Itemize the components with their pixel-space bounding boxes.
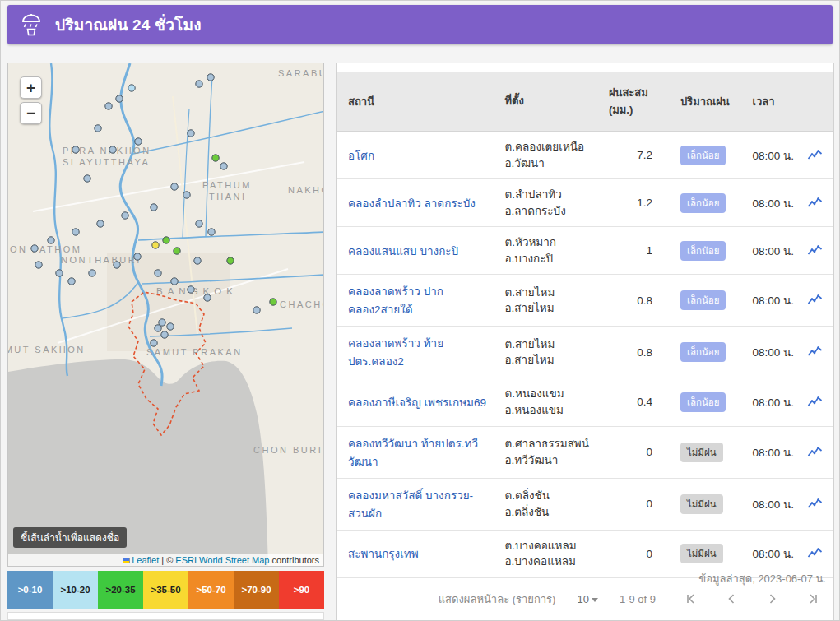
station-location: ต.ลำปลาทิวอ.ลาดกระบัง [498,179,601,227]
legend-extra-row [7,612,324,620]
station-table-panel: สถานีที่ตั้งฝนสะสม (มม.)ปริมาณฝนเวลา อโศ… [336,63,834,621]
column-header-chart [801,72,833,132]
station-marker[interactable] [72,229,79,235]
station-marker[interactable] [89,270,95,276]
station-marker[interactable] [171,278,178,285]
station-marker[interactable] [56,270,63,276]
station-link[interactable]: คลองภาษีเจริญ เพชรเกษม69 [348,396,486,409]
station-row: อโศกต.คลองเตยเหนืออ.วัฒนา7.2เล็กน้อย08:0… [337,132,833,179]
station-marker[interactable] [135,138,142,145]
station-marker[interactable] [114,262,120,268]
station-marker[interactable] [167,323,174,330]
station-marker[interactable] [208,229,215,235]
map-panel: SARABURIPHRA NAKHONSI AYUTTHAYAPATHUMTHA… [7,63,324,620]
station-marker[interactable] [155,270,161,276]
per-page-select[interactable]: 10 [577,593,597,605]
station-marker[interactable] [161,331,168,338]
station-marker[interactable] [212,155,219,161]
rain-accumulated-value: 0.8 [602,275,674,327]
chart-icon[interactable] [807,148,823,160]
station-marker[interactable] [253,307,260,313]
station-marker[interactable] [204,294,211,301]
station-marker[interactable] [122,212,128,219]
station-marker[interactable] [227,257,234,264]
chart-icon[interactable] [807,345,823,357]
station-marker[interactable] [116,95,123,102]
map-place-label: THANI [209,192,247,202]
first-page-button[interactable] [684,592,697,605]
station-marker[interactable] [207,74,214,81]
station-marker[interactable] [163,237,169,243]
chevron-down-icon [592,598,598,602]
chart-icon[interactable] [807,546,823,558]
zoom-out-button[interactable]: − [20,102,42,124]
legend-item: >50-70 [188,571,234,609]
station-row: คลองทวีวัฒนา ท้ายปตร.ทวีวัฒนาต.ศาลาธรรมส… [337,426,833,478]
legend-item: >20-35 [98,571,143,609]
zoom-in-button[interactable]: + [20,76,42,99]
station-marker[interactable] [151,340,157,346]
station-marker[interactable] [174,248,180,254]
station-marker[interactable] [105,103,112,109]
map-place-label: CHACHOENGSAO [280,299,324,309]
station-link[interactable]: อโศก [348,150,374,162]
observation-time: 08:00 น. [746,132,801,179]
station-marker[interactable] [95,125,101,132]
page-title: ปริมาณฝน 24 ชั่วโมง [55,12,202,37]
station-link[interactable]: คลองลาดพร้าว ปากคลอง2สายใต้ [348,285,443,316]
station-marker[interactable] [196,81,202,87]
station-marker[interactable] [194,257,201,264]
station-marker[interactable] [35,262,42,268]
station-marker[interactable] [72,146,79,153]
chart-icon[interactable] [807,445,823,457]
station-marker[interactable] [183,192,190,198]
station-link[interactable]: คลองแสนแสบ บางกะปิ [348,245,458,257]
table-header-row: สถานีที่ตั้งฝนสะสม (มม.)ปริมาณฝนเวลา [337,72,833,132]
station-link[interactable]: คลองลาดพร้าว ท้ายปตร.คลอง2 [348,337,443,368]
station-marker[interactable] [68,278,75,285]
chart-icon[interactable] [807,293,823,305]
attribution-suffix: contributors [269,555,319,565]
rain-level-badge: เล็กน้อย [680,392,726,412]
previous-page-button[interactable] [725,592,738,605]
station-marker[interactable] [151,204,157,211]
station-marker[interactable] [171,183,178,190]
station-marker[interactable] [84,175,90,182]
rain-level-badge: เล็กน้อย [680,146,726,165]
station-link[interactable]: คลองทวีวัฒนา ท้ายปตร.ทวีวัฒนา [348,438,478,468]
legend-item: >0-10 [7,571,53,609]
station-marker[interactable] [188,130,194,137]
station-marker[interactable] [134,253,141,260]
column-header: ปริมาณฝน [674,72,746,132]
pagination-range: 1-9 of 9 [620,593,656,605]
station-location: ต.ตลิ่งชันอ.ตลิ่งชัน [498,478,601,530]
station-marker[interactable] [196,220,202,227]
station-link[interactable]: สะพานกรุงเทพ [348,548,419,560]
station-marker[interactable] [128,85,135,91]
station-marker[interactable] [188,286,194,293]
station-marker[interactable] [31,245,38,252]
map[interactable]: SARABURIPHRA NAKHONSI AYUTTHAYAPATHUMTHA… [7,63,324,567]
last-page-button[interactable] [807,592,820,605]
station-marker[interactable] [109,146,116,153]
rain-accumulated-value: 1 [602,227,674,275]
next-page-button[interactable] [766,592,779,605]
station-link[interactable]: คลองมหาสวัสดิ์ บางกรวย-สวนผัก [348,489,473,520]
chart-icon[interactable] [807,196,823,208]
station-row: คลองแสนแสบ บางกะปิต.หัวหมากอ.บางกะปิ1เล็… [337,227,833,275]
chart-icon[interactable] [807,497,823,509]
station-marker[interactable] [155,325,161,331]
station-marker[interactable] [48,237,54,243]
leaflet-link[interactable]: Leaflet [132,555,159,565]
station-marker[interactable] [152,242,159,248]
map-canvas[interactable]: SARABURIPHRA NAKHONSI AYUTTHAYAPATHUMTHA… [8,63,324,567]
station-marker[interactable] [220,163,227,169]
chart-icon[interactable] [807,395,823,407]
map-place-label: NAKHON [288,185,324,195]
station-marker[interactable] [270,299,276,305]
esri-link[interactable]: ESRI World Street Map [175,555,269,565]
station-marker[interactable] [97,220,104,227]
chart-icon[interactable] [807,243,823,256]
station-link[interactable]: คลองลำปลาทิว ลาดกระบัง [348,197,476,210]
map-place-label: ON PATHOM [10,244,81,254]
